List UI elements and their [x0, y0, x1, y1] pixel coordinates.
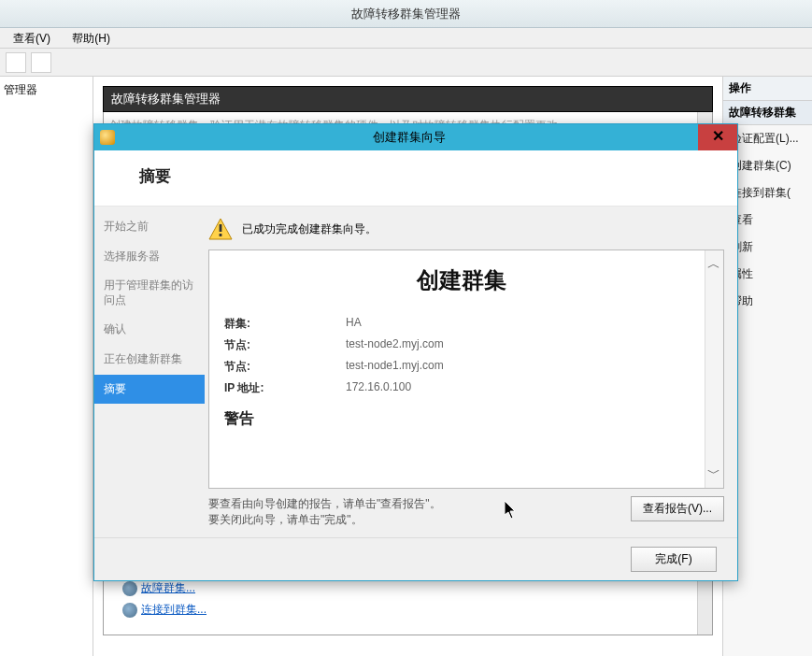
warning-icon — [208, 218, 233, 240]
nav-tree[interactable]: 管理器 — [0, 77, 93, 656]
step-access-point[interactable]: 用于管理群集的访问点 — [94, 271, 205, 315]
cluster-icon — [122, 581, 137, 596]
menu-help[interactable]: 帮助(H) — [63, 28, 120, 50]
svg-rect-1 — [220, 224, 222, 232]
wizard-step-heading: 摘要 — [94, 150, 737, 207]
app-menubar: 查看(V) 帮助(H) — [0, 28, 812, 49]
step-creating[interactable]: 正在创建新群集 — [94, 345, 205, 375]
wizard-title: 创建群集向导 — [121, 129, 698, 146]
report-row-cluster: 群集: HA — [224, 316, 699, 332]
wizard-step-nav: 开始之前 选择服务器 用于管理群集的访问点 确认 正在创建新群集 摘要 — [94, 207, 205, 537]
link-create-cluster[interactable]: 故障群集... — [122, 580, 207, 596]
step-select-servers[interactable]: 选择服务器 — [94, 242, 205, 272]
toolbar-button-2[interactable] — [31, 52, 51, 73]
step-confirm[interactable]: 确认 — [94, 315, 205, 345]
scroll-down-icon[interactable]: ﹀ — [707, 465, 720, 482]
wizard-main: 已成功完成创建群集向导。 创建群集 群集: HA 节点: test-node2.… — [205, 207, 737, 537]
hint-text: 要查看由向导创建的报告，请单击"查看报告"。 要关闭此向导，请单击"完成"。 — [208, 496, 441, 528]
wizard-icon — [100, 130, 115, 145]
step-before-begin[interactable]: 开始之前 — [94, 212, 205, 242]
app-title: 故障转移群集管理器 — [351, 7, 461, 21]
report-value: test-node2.myj.com — [346, 337, 444, 353]
wizard-titlebar[interactable]: 创建群集向导 ✕ — [94, 124, 737, 150]
tree-root[interactable]: 管理器 — [4, 82, 89, 98]
report-row-node: 节点: test-node1.myj.com — [224, 359, 699, 375]
finish-button[interactable]: 完成(F) — [631, 547, 717, 572]
toolbar-button-1[interactable] — [6, 52, 26, 73]
svg-rect-2 — [220, 234, 222, 236]
create-cluster-wizard: 创建群集向导 ✕ 摘要 开始之前 选择服务器 用于管理群集的访问点 确认 正在创… — [93, 123, 738, 581]
report-scrollbar[interactable]: ︿ ﹀ — [705, 250, 723, 488]
report-title: 创建群集 — [224, 265, 699, 295]
report-label: 群集: — [224, 316, 346, 332]
success-message: 已成功完成创建群集向导。 — [242, 221, 377, 237]
link-connect-cluster[interactable]: 连接到群集... — [122, 602, 207, 618]
view-report-button[interactable]: 查看报告(V)... — [631, 496, 724, 521]
report-box: 创建群集 群集: HA 节点: test-node2.myj.com 节点: t… — [208, 250, 724, 489]
app-toolbar — [0, 49, 812, 77]
actions-sub-header: 故障转移群集 — [723, 101, 812, 125]
report-warning-heading: 警告 — [224, 409, 699, 429]
step-summary[interactable]: 摘要 — [94, 375, 205, 405]
menu-view[interactable]: 查看(V) — [4, 28, 60, 50]
report-value: test-node1.myj.com — [346, 359, 444, 375]
cluster-icon — [122, 603, 137, 618]
scroll-up-icon[interactable]: ︿ — [707, 256, 720, 273]
report-row-node: 节点: test-node2.myj.com — [224, 337, 699, 353]
close-button[interactable]: ✕ — [698, 124, 737, 150]
report-value: 172.16.0.100 — [346, 380, 411, 396]
center-panel-header: 故障转移群集管理器 — [103, 86, 713, 112]
report-label: 节点: — [224, 337, 346, 353]
report-value: HA — [346, 316, 362, 332]
report-row-ip: IP 地址: 172.16.0.100 — [224, 380, 699, 396]
app-titlebar: 故障转移群集管理器 — [0, 0, 812, 28]
report-label: 节点: — [224, 359, 346, 375]
wizard-footer: 完成(F) — [94, 537, 737, 580]
actions-header: 操作 — [723, 77, 812, 101]
report-label: IP 地址: — [224, 380, 346, 396]
